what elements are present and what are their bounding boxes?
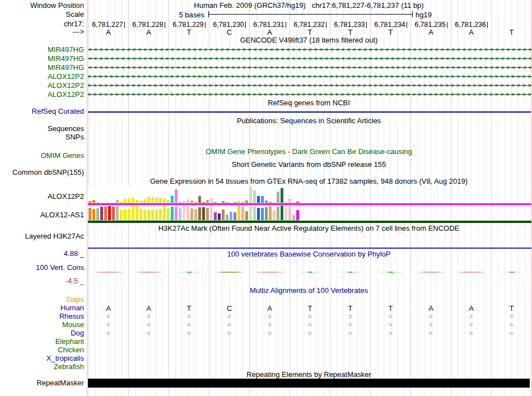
gtex-tissue-bar[interactable]	[186, 206, 189, 220]
gtex-tissue-bar[interactable]	[292, 202, 295, 203]
gtex-tissue-bar[interactable]	[292, 215, 295, 220]
repeatmasker-track-title[interactable]: Repeating Elements by RepeatMasker	[87, 371, 531, 378]
gtex-tissue-bar[interactable]	[186, 199, 189, 203]
gtex-tissue-bar[interactable]	[234, 212, 236, 220]
gtex-tissue-bar[interactable]	[281, 206, 283, 220]
vert-cons-label[interactable]: 100 Vert. Cons	[0, 264, 84, 272]
gtex-tissue-bar[interactable]	[108, 206, 111, 220]
gtex-tissue-bar[interactable]	[88, 208, 91, 220]
gtex-tissue-bar[interactable]	[288, 198, 291, 203]
gene-item-mir497hg[interactable]: <<<<<<<<<<<<<<<<<<<<<<<<<<<<<<<<<<<<<<<<…	[88, 54, 531, 63]
gtex-tissue-bar[interactable]	[120, 202, 123, 203]
gtex-tissue-bar[interactable]	[284, 206, 287, 220]
multiz-species-mouse[interactable]: Mouse	[0, 321, 84, 329]
gtex-tissue-bar[interactable]	[284, 202, 287, 203]
gtex-tissue-bar[interactable]	[237, 201, 240, 203]
gtex-tissue-bar[interactable]	[265, 207, 268, 220]
gtex-tissue-bar[interactable]	[163, 206, 166, 220]
gtex-tissue-bar[interactable]	[163, 198, 166, 203]
gtex-tissue-bar[interactable]	[202, 202, 205, 203]
gtex-alox12as1-label[interactable]: ALOX12-AS1	[0, 211, 84, 219]
gtex-tissue-bar[interactable]	[210, 198, 213, 203]
repeatmasker-element-bar[interactable]	[88, 379, 530, 388]
gene-item-alox12p2[interactable]: >>>>>>>>>>>>>>>>>>>>>>>>>>>>>>>>>>>>>>>>…	[88, 72, 531, 81]
gtex-alox12p2-extent-line[interactable]	[88, 203, 531, 205]
gtex-tissue-bar[interactable]	[226, 215, 228, 220]
gtex-tissue-bar[interactable]	[265, 201, 268, 203]
gtex-tissue-bar[interactable]	[261, 208, 264, 220]
gtex-tissue-bar[interactable]	[281, 188, 283, 203]
gene-label-mir497hg[interactable]: MIR497HG	[0, 46, 84, 54]
gtex-tissue-bar[interactable]	[273, 202, 276, 203]
gtex-tissue-bar[interactable]	[261, 196, 264, 203]
gtex-tissue-bar[interactable]	[214, 202, 217, 203]
gtex-tissue-bar[interactable]	[171, 196, 174, 203]
gtex-alox12p2-label[interactable]: ALOX12P2	[0, 193, 84, 201]
omim-track-title[interactable]: OMIM Gene Phenotypes - Dark Green Can Be…	[87, 148, 531, 155]
gtex-tissue-bar[interactable]	[226, 202, 228, 203]
gtex-tissue-bar[interactable]	[120, 209, 123, 220]
gtex-tissue-bar[interactable]	[167, 208, 170, 220]
gtex-barchart-alox12as1[interactable]	[88, 206, 300, 221]
gtex-tissue-bar[interactable]	[198, 196, 201, 203]
gtex-tissue-bar[interactable]	[175, 207, 178, 220]
repeatmasker-label[interactable]: RepeatMasker	[0, 379, 84, 387]
layered-h3k27ac-label[interactable]: Layered H3K27Ac	[0, 232, 84, 240]
gtex-alox12as1-extent-line[interactable]	[88, 221, 531, 223]
gene-label-alox12p2[interactable]: ALOX12P2	[0, 91, 84, 99]
gtex-tissue-bar[interactable]	[288, 206, 291, 220]
gtex-tissue-bar[interactable]	[143, 199, 146, 203]
multiz-species-chicken[interactable]: Chicken	[0, 346, 84, 354]
gtex-tissue-bar[interactable]	[273, 210, 276, 220]
gtex-tissue-bar[interactable]	[269, 202, 272, 203]
gtex-tissue-bar[interactable]	[206, 208, 209, 220]
common-dbsnp-label[interactable]: Common dbSNP(155)	[0, 169, 84, 176]
gtex-tissue-bar[interactable]	[159, 209, 162, 220]
gtex-tissue-bar[interactable]	[249, 206, 252, 220]
gtex-tissue-bar[interactable]	[249, 186, 252, 203]
gtex-tissue-bar[interactable]	[124, 209, 127, 220]
gtex-tissue-bar[interactable]	[210, 206, 213, 220]
gtex-tissue-bar[interactable]	[245, 201, 248, 203]
gtex-tissue-bar[interactable]	[179, 202, 181, 203]
gtex-tissue-bar[interactable]	[92, 200, 95, 203]
gtex-tissue-bar[interactable]	[151, 209, 154, 220]
gtex-tissue-bar[interactable]	[198, 207, 201, 220]
gtex-barchart-alox12p2[interactable]	[88, 186, 300, 203]
gtex-tissue-bar[interactable]	[147, 209, 150, 220]
gtex-tissue-bar[interactable]	[147, 197, 150, 203]
gtex-tissue-bar[interactable]	[104, 207, 107, 220]
gencode-track-title[interactable]: GENCODE V49lift37 (18 items filtered out…	[87, 36, 531, 44]
gtex-tissue-bar[interactable]	[222, 201, 225, 203]
gtex-tissue-bar[interactable]	[139, 209, 142, 220]
gene-label-mir497hg[interactable]: MIR497HG	[0, 55, 84, 63]
gtex-tissue-bar[interactable]	[296, 202, 299, 203]
gene-label-mir497hg[interactable]: MIR497HG	[0, 64, 84, 72]
multiz-species-x_tropicalis[interactable]: X_tropicalis	[0, 355, 84, 362]
gene-item-mir497hg[interactable]: <<<<<<<<<<<<<<<<<<<<<<<<<<<<<<<<<<<<<<<<…	[88, 45, 531, 54]
gtex-tissue-bar[interactable]	[253, 190, 256, 203]
multiz-species-elephant[interactable]: Elephant	[0, 338, 84, 346]
gene-label-alox12p2[interactable]: ALOX12P2	[0, 73, 84, 81]
gtex-tissue-bar[interactable]	[116, 200, 119, 203]
gtex-tissue-bar[interactable]	[296, 210, 299, 220]
gtex-tissue-bar[interactable]	[155, 198, 158, 203]
gtex-tissue-bar[interactable]	[92, 209, 95, 220]
gtex-tissue-bar[interactable]	[128, 198, 130, 203]
refseq-curated-label[interactable]: RefSeq Curated	[0, 108, 84, 115]
gtex-tissue-bar[interactable]	[175, 189, 178, 203]
sequences-label[interactable]: Sequences	[0, 125, 84, 133]
gtex-tissue-bar[interactable]	[206, 200, 209, 203]
gtex-tissue-bar[interactable]	[155, 209, 158, 220]
gtex-tissue-bar[interactable]	[96, 202, 99, 203]
multiz-species-human[interactable]: Human	[0, 304, 84, 312]
snps-label[interactable]: SNPs	[0, 133, 84, 141]
gtex-tissue-bar[interactable]	[136, 206, 138, 220]
multiz-species-zebrafish[interactable]: Zebrafish	[0, 363, 84, 371]
gene-item-alox12p2[interactable]: >>>>>>>>>>>>>>>>>>>>>>>>>>>>>>>>>>>>>>>>…	[88, 81, 531, 90]
dbsnp-track-title[interactable]: Short Genetic Variants from dbSNP releas…	[87, 161, 531, 168]
gtex-tissue-bar[interactable]	[277, 207, 279, 220]
h3k27ac-track-title[interactable]: H3K27Ac Mark (Often Found Near Active Re…	[87, 225, 531, 232]
gene-label-alox12p2[interactable]: ALOX12P2	[0, 82, 84, 90]
gene-item-alox12p2[interactable]: >>>>>>>>>>>>>>>>>>>>>>>>>>>>>>>>>>>>>>>>…	[88, 90, 531, 99]
